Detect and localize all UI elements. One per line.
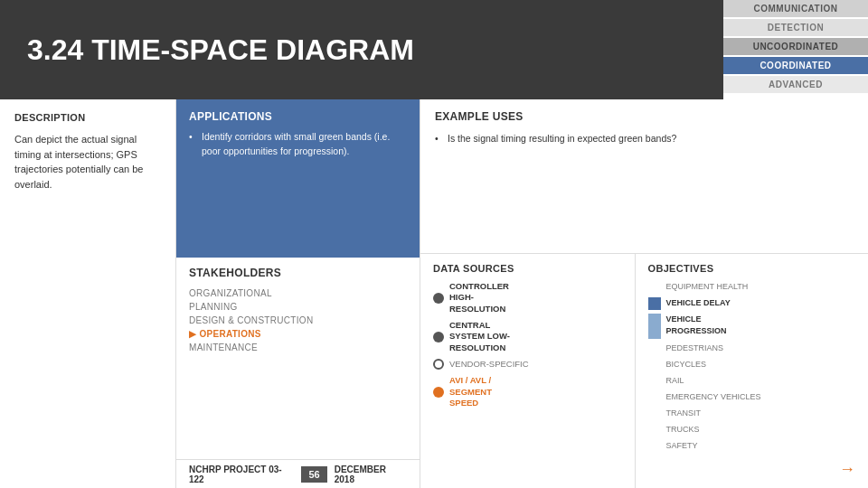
nav-pill-uncoordinated[interactable]: UNCOORDINATED (723, 38, 868, 55)
applications-heading: APPLICATIONS (189, 110, 407, 123)
application-item: Identify corridors with small green band… (189, 130, 407, 159)
description-heading: DESCRIPTION (14, 112, 161, 123)
dot-orange-icon (433, 387, 444, 398)
nav-pill-detection[interactable]: DETECTION (723, 19, 868, 36)
obj-bar-none (648, 343, 661, 355)
obj-bar-none (648, 391, 661, 404)
data-sources-column: DATA SOURCES CONTROLLERHIGH-RESOLUTION C… (420, 254, 636, 488)
nav-pills: COMMUNICATION DETECTION UNCOORDINATED CO… (723, 0, 868, 93)
obj-label: VEHICLEPROGRESSION (666, 314, 727, 336)
objective-item: EMERGENCY VEHICLES (648, 391, 855, 404)
stakeholder-item-active: OPERATIONS (189, 327, 407, 341)
date-label: DECEMBER 2018 (335, 465, 407, 484)
obj-bar-none (648, 281, 661, 294)
objective-item: EQUIPMENT HEALTH (648, 281, 855, 294)
stakeholder-item: MAINTENANCE (189, 341, 407, 354)
stakeholder-item: DESIGN & CONSTRUCTION (189, 314, 407, 327)
applications-section: APPLICATIONS Identify corridors with sma… (176, 99, 420, 258)
objective-item: SAFETY (648, 440, 855, 453)
arrow-right-container: → (648, 456, 855, 479)
example-uses-section: EXAMPLE USES Is the signal timing result… (420, 99, 868, 254)
data-objectives-area: DATA SOURCES CONTROLLERHIGH-RESOLUTION C… (420, 254, 868, 488)
objective-item: VEHICLEPROGRESSION (648, 314, 855, 339)
objective-item: TRUCKS (648, 424, 855, 436)
data-source-label: CONTROLLERHIGH-RESOLUTION (449, 281, 509, 314)
stakeholder-item: ORGANIZATIONAL (189, 286, 407, 300)
dot-icon (433, 293, 444, 304)
objectives-heading: OBJECTIVES (648, 263, 855, 274)
data-source-label: CENTRALSYSTEM LOW-RESOLUTION (449, 320, 510, 353)
nav-pill-advanced[interactable]: ADVANCED (723, 76, 868, 93)
main-content: DESCRIPTION Can depict the actual signal… (0, 99, 868, 488)
obj-bar-none (648, 375, 661, 388)
obj-label: EQUIPMENT HEALTH (666, 281, 749, 293)
obj-label: BICYCLES (666, 359, 707, 371)
right-column: EXAMPLE USES Is the signal timing result… (420, 99, 868, 488)
dot-outline-icon (433, 359, 444, 370)
example-uses-heading: EXAMPLE USES (435, 110, 854, 123)
obj-label: PEDESTRIANS (666, 343, 724, 354)
objective-item: PEDESTRIANS (648, 343, 855, 355)
example-uses-list: Is the signal timing resulting in expect… (435, 132, 854, 146)
nav-pill-coordinated[interactable]: COORDINATED (723, 57, 868, 74)
description-column: DESCRIPTION Can depict the actual signal… (0, 99, 176, 488)
objectives-column: OBJECTIVES EQUIPMENT HEALTH VEHICLE DELA… (636, 254, 868, 488)
objective-item: BICYCLES (648, 359, 855, 371)
obj-label: RAIL (666, 375, 684, 387)
stakeholders-list: ORGANIZATIONAL PLANNING DESIGN & CONSTRU… (189, 286, 407, 354)
applications-column: APPLICATIONS Identify corridors with sma… (176, 99, 420, 488)
data-sources-heading: DATA SOURCES (433, 263, 622, 274)
obj-label: TRUCKS (666, 424, 700, 436)
data-source-label: VENDOR-SPECIFIC (449, 359, 529, 370)
dot-icon (433, 332, 444, 343)
obj-label: TRANSIT (666, 408, 702, 419)
obj-label: SAFETY (666, 440, 698, 452)
stakeholders-section: STAKEHOLDERS ORGANIZATIONAL PLANNING DES… (176, 258, 420, 459)
objective-item: VEHICLE DELAY (648, 297, 855, 310)
description-body: Can depict the actual signal timing at i… (14, 132, 161, 192)
avi-label: AVI / AVL /SEGMENTSPEED (449, 375, 492, 408)
objective-item: TRANSIT (648, 408, 855, 420)
page-title: 3.24 TIME-SPACE DIAGRAM (27, 33, 414, 67)
applications-list: Identify corridors with small green band… (189, 130, 407, 159)
stakeholder-item: PLANNING (189, 300, 407, 314)
objective-item: RAIL (648, 375, 855, 388)
next-arrow-icon[interactable]: → (839, 460, 855, 478)
data-source-item: CENTRALSYSTEM LOW-RESOLUTION (433, 320, 622, 353)
data-source-item: CONTROLLERHIGH-RESOLUTION (433, 281, 622, 314)
obj-label: EMERGENCY VEHICLES (666, 391, 761, 403)
obj-bar-light (648, 314, 661, 339)
obj-bar-none (648, 424, 661, 436)
title-area: 3.24 TIME-SPACE DIAGRAM (0, 0, 723, 99)
obj-bar-none (648, 408, 661, 420)
nav-pill-communication[interactable]: COMMUNICATION (723, 0, 868, 17)
obj-label: VEHICLE DELAY (666, 297, 731, 309)
obj-bar-none (648, 359, 661, 371)
data-source-avi: AVI / AVL /SEGMENTSPEED (433, 375, 622, 408)
obj-bar-dark (648, 297, 661, 310)
obj-bar-none (648, 440, 661, 453)
footer-bar: NCHRP PROJECT 03-122 56 DECEMBER 2018 (176, 459, 420, 488)
example-use-item: Is the signal timing resulting in expect… (435, 132, 854, 146)
data-source-item: VENDOR-SPECIFIC (433, 359, 622, 370)
stakeholders-heading: STAKEHOLDERS (189, 267, 407, 279)
page-number: 56 (301, 466, 326, 483)
project-label: NCHRP PROJECT 03-122 (189, 465, 294, 484)
